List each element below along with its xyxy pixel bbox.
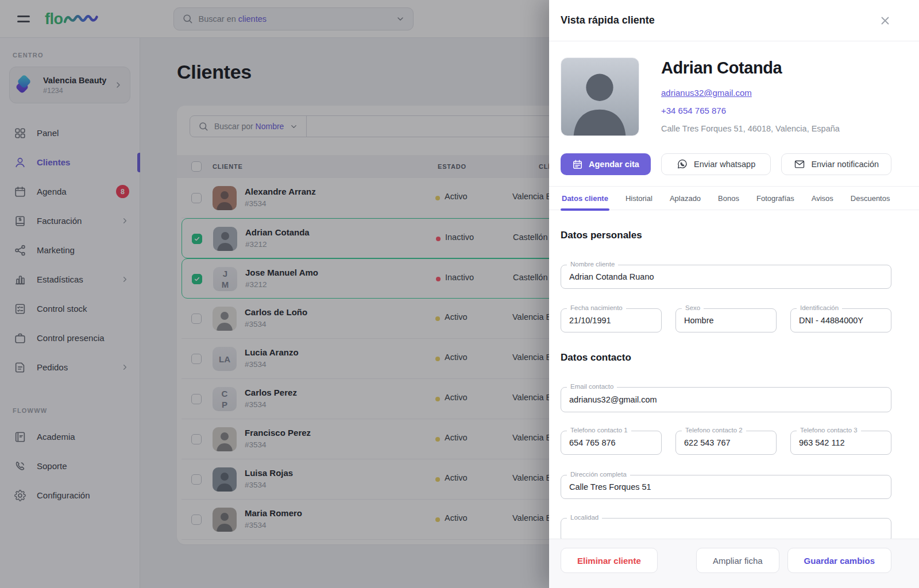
client-actions: Agendar cita Enviar whatsapp Enviar noti… xyxy=(561,153,891,175)
field-label: Telefono contacto 2 xyxy=(682,427,746,434)
tab-datos-cliente[interactable]: Datos cliente xyxy=(561,187,609,210)
field-value: DNI - 44884000Y xyxy=(799,316,863,325)
field-sexo[interactable]: Sexo Hombre xyxy=(675,308,777,332)
field-label: Fecha nacimiento xyxy=(567,304,626,311)
save-changes-button[interactable]: Guardar cambios xyxy=(787,548,891,573)
tab-fotografias[interactable]: Fotografías xyxy=(755,187,796,210)
field-email-contacto[interactable]: Email contacto adrianus32@gmail.com xyxy=(561,387,891,412)
close-icon xyxy=(879,14,891,27)
field-label: Dirección completa xyxy=(567,471,630,478)
field-fecha-nacimiento[interactable]: Fecha nacimiento 21/10/1991 xyxy=(561,308,662,332)
field-label: Telefono contacto 1 xyxy=(567,427,631,434)
field-value: Calle Tres Forques 51 xyxy=(569,482,651,492)
field-value: 21/10/1991 xyxy=(569,316,611,325)
envelope-icon xyxy=(794,158,805,170)
button-label: Agendar cita xyxy=(589,160,639,169)
field-value: Hombre xyxy=(684,316,714,325)
tab-bonos[interactable]: Bonos xyxy=(717,187,740,210)
delete-client-button[interactable]: Eliminar cliente xyxy=(561,548,658,573)
field-value: 963 542 112 xyxy=(799,438,845,447)
tab-descuentos[interactable]: Descuentos xyxy=(850,187,891,210)
tab-historial[interactable]: Historial xyxy=(624,187,654,210)
tab-avisos[interactable]: Avisos xyxy=(810,187,835,210)
client-photo xyxy=(561,57,639,136)
drawer-title: Vista rápida cliente xyxy=(561,14,655,26)
client-email-link[interactable]: adrianus32@gmail.com xyxy=(661,88,752,98)
drawer-body: Adrian Cotanda adrianus32@gmail.com +34 … xyxy=(549,41,919,539)
field-localidad[interactable]: Localidad xyxy=(561,518,891,539)
field-telefono-3[interactable]: Telefono contacto 3 963 542 112 xyxy=(790,431,891,455)
send-notification-button[interactable]: Enviar notificación xyxy=(781,153,891,175)
field-label: Nombre cliente xyxy=(567,261,618,268)
field-value: 622 543 767 xyxy=(684,438,731,447)
section-heading-contacto: Datos contacto xyxy=(561,352,891,363)
section-heading-personal: Datos personales xyxy=(561,230,891,241)
client-name-heading: Adrian Cotanda xyxy=(661,59,840,78)
field-value: adrianus32@gmail.com xyxy=(569,395,657,404)
field-telefono-1[interactable]: Telefono contacto 1 654 765 876 xyxy=(561,431,662,455)
drawer-footer: Eliminar cliente Ampliar ficha Guardar c… xyxy=(549,539,919,588)
field-nombre-cliente[interactable]: Nombre cliente Adrian Cotanda Ruano xyxy=(561,265,891,289)
client-contact-block: Adrian Cotanda adrianus32@gmail.com +34 … xyxy=(661,57,840,136)
field-telefono-2[interactable]: Telefono contacto 2 622 543 767 xyxy=(675,431,777,455)
schedule-appointment-button[interactable]: Agendar cita xyxy=(561,153,651,175)
button-label: Enviar whatsapp xyxy=(694,160,755,169)
person-photo-icon xyxy=(561,58,639,136)
field-direccion-completa[interactable]: Dirección completa Calle Tres Forques 51 xyxy=(561,475,891,499)
client-profile: Adrian Cotanda adrianus32@gmail.com +34 … xyxy=(561,57,891,136)
tab-aplazado[interactable]: Aplazado xyxy=(669,187,702,210)
whatsapp-icon xyxy=(677,158,688,170)
field-label: Identificación xyxy=(797,304,842,311)
close-button[interactable] xyxy=(879,14,891,27)
field-identificacion[interactable]: Identificación DNI - 44884000Y xyxy=(790,308,891,332)
button-label: Enviar notificación xyxy=(811,160,879,169)
expand-record-button[interactable]: Ampliar ficha xyxy=(696,548,779,573)
send-whatsapp-button[interactable]: Enviar whatsapp xyxy=(661,153,771,175)
drawer-tabs: Datos cliente Historial Aplazado Bonos F… xyxy=(549,186,919,210)
field-label: Email contacto xyxy=(567,383,617,390)
client-address: Calle Tres Forques 51, 46018, Valencia, … xyxy=(661,124,840,133)
field-value: 654 765 876 xyxy=(569,438,616,447)
client-quickview-drawer: Vista rápida cliente Adrian Cotanda adri… xyxy=(549,0,919,588)
calendar-icon xyxy=(572,159,583,170)
field-value: Adrian Cotanda Ruano xyxy=(569,272,654,281)
field-label: Sexo xyxy=(682,304,704,311)
client-phone[interactable]: +34 654 765 876 xyxy=(661,106,840,115)
field-row-personal: Fecha nacimiento 21/10/1991 Sexo Hombre … xyxy=(561,308,891,332)
field-row-phones: Telefono contacto 1 654 765 876 Telefono… xyxy=(561,431,891,455)
drawer-header: Vista rápida cliente xyxy=(549,0,919,41)
field-label: Localidad xyxy=(567,514,602,521)
field-label: Telefono contacto 3 xyxy=(797,427,861,434)
